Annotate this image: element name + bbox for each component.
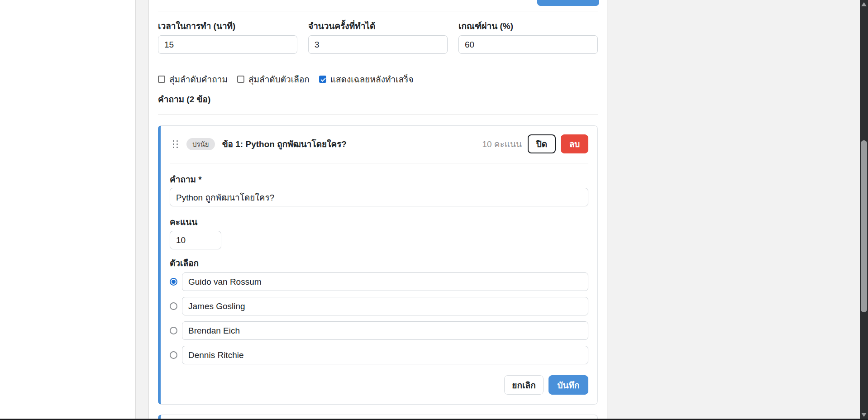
- question-text-label: คำถาม *: [170, 174, 588, 185]
- choice-input-2[interactable]: [182, 297, 588, 315]
- choice-input-1[interactable]: [182, 272, 588, 291]
- question-card-header: ปรนัย ข้อ 1: Python ถูกพัฒนาโดยใคร? 10 ค…: [170, 134, 588, 153]
- quiz-editor-panel: เวลาในการทำ (นาที) จำนวนครั้งที่ทำได้ เก…: [149, 0, 607, 419]
- score-input[interactable]: [170, 231, 221, 249]
- scrollbar-down-arrow-icon[interactable]: [861, 413, 867, 417]
- cancel-button[interactable]: ยกเลิก: [504, 375, 544, 395]
- choice-row-1: [170, 272, 588, 291]
- save-question-button[interactable]: บันทึก: [548, 375, 588, 395]
- shuffle-questions-label: สุ่มลำดับคำถาม: [169, 72, 228, 86]
- page-gutter-left: [135, 0, 149, 419]
- choice-row-2: [170, 297, 588, 315]
- close-question-button[interactable]: ปิด: [528, 134, 556, 153]
- question-card-footer: ยกเลิก บันทึก: [170, 375, 588, 395]
- choice-input-3[interactable]: [182, 321, 588, 340]
- show-answers-checkbox[interactable]: [319, 76, 326, 83]
- shuffle-questions-checkbox[interactable]: [158, 76, 165, 83]
- correct-answer-radio-4[interactable]: [170, 351, 177, 359]
- choices-label: ตัวเลือก: [170, 258, 588, 269]
- show-answers-option[interactable]: แสดงเฉลยหลังทำเสร็จ: [319, 72, 414, 86]
- correct-answer-radio-3[interactable]: [170, 327, 177, 334]
- question-card-1: ปรนัย ข้อ 1: Python ถูกพัฒนาโดยใคร? 10 ค…: [158, 125, 598, 405]
- shuffle-choices-checkbox[interactable]: [237, 76, 244, 83]
- question-text-input[interactable]: [170, 188, 588, 206]
- scrollbar-up-arrow-icon[interactable]: [861, 2, 867, 6]
- delete-question-button[interactable]: ลบ: [561, 134, 588, 153]
- section-divider: [158, 11, 598, 11]
- choice-row-4: [170, 346, 588, 364]
- shuffle-questions-option[interactable]: สุ่มลำดับคำถาม: [158, 72, 228, 86]
- shuffle-choices-label: สุ่มลำดับตัวเลือก: [248, 72, 310, 86]
- attempts-input[interactable]: [308, 35, 448, 54]
- vertical-scrollbar[interactable]: [860, 0, 868, 420]
- score-label: คะแนน: [170, 217, 588, 228]
- questions-heading: คำถาม (2 ข้อ): [158, 94, 598, 105]
- attempts-field-group: จำนวนครั้งที่ทำได้: [308, 21, 448, 54]
- pass-threshold-label: เกณฑ์ผ่าน (%): [458, 21, 598, 32]
- quiz-options-row: สุ่มลำดับคำถาม สุ่มลำดับตัวเลือก แสดงเฉล…: [158, 74, 598, 85]
- section-divider: [158, 115, 598, 115]
- scrollbar-thumb[interactable]: [861, 140, 867, 312]
- pass-threshold-input[interactable]: [458, 35, 598, 54]
- page-background-right: [607, 0, 860, 419]
- drag-handle-icon[interactable]: [173, 140, 178, 148]
- attempts-label: จำนวนครั้งที่ทำได้: [308, 21, 448, 32]
- time-limit-input[interactable]: [158, 35, 297, 54]
- question-title: ข้อ 1: Python ถูกพัฒนาโดยใคร?: [222, 137, 347, 151]
- quiz-settings-fields: เวลาในการทำ (นาที) จำนวนครั้งที่ทำได้ เก…: [158, 21, 598, 54]
- card-header-divider: [170, 163, 588, 163]
- pass-threshold-field-group: เกณฑ์ผ่าน (%): [458, 21, 598, 54]
- question-type-badge: ปรนัย: [186, 138, 215, 150]
- question-points: 10 คะแนน: [482, 137, 522, 151]
- save-quiz-button-partial[interactable]: [537, 0, 599, 6]
- time-limit-label: เวลาในการทำ (นาที): [158, 21, 297, 32]
- correct-answer-radio-1[interactable]: [170, 278, 177, 286]
- shuffle-choices-option[interactable]: สุ่มลำดับตัวเลือก: [237, 72, 310, 86]
- time-limit-field-group: เวลาในการทำ (นาที): [158, 21, 297, 54]
- correct-answer-radio-2[interactable]: [170, 302, 177, 310]
- choice-input-4[interactable]: [182, 346, 588, 364]
- show-answers-label: แสดงเฉลยหลังทำเสร็จ: [330, 72, 414, 86]
- choice-row-3: [170, 321, 588, 340]
